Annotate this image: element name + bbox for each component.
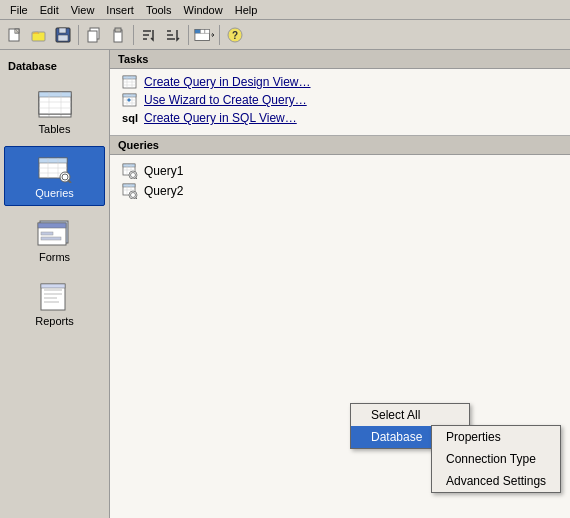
sidebar-item-tables[interactable]: Tables: [4, 82, 105, 142]
menu-tools[interactable]: Tools: [140, 3, 178, 17]
sidebar-item-forms-label: Forms: [39, 251, 70, 263]
submenu-connection-type[interactable]: Connection Type: [432, 448, 560, 470]
svg-rect-4: [59, 28, 66, 33]
sidebar-item-forms[interactable]: Forms: [4, 210, 105, 270]
sidebar-header: Database: [4, 58, 105, 78]
submenu-advanced-settings[interactable]: Advanced Settings: [432, 470, 560, 492]
sidebar-item-queries-label: Queries: [35, 187, 74, 199]
tasks-section-header: Tasks: [110, 50, 570, 69]
task-create-design[interactable]: Create Query in Design View…: [118, 73, 562, 91]
task-create-sql[interactable]: sql Create Query in SQL View…: [118, 109, 562, 127]
submenu-container: Properties Connection Type Advanced Sett…: [431, 425, 561, 493]
submenu: Properties Connection Type Advanced Sett…: [431, 425, 561, 493]
menu-file[interactable]: File: [4, 3, 34, 17]
tasks-section: Create Query in Design View… Use Wizard …: [110, 69, 570, 136]
svg-rect-30: [39, 92, 71, 97]
menu-insert[interactable]: Insert: [100, 3, 140, 17]
svg-text:?: ?: [232, 30, 238, 41]
forms-icon: [35, 217, 75, 249]
svg-rect-19: [205, 29, 210, 33]
query2-icon: [122, 183, 138, 199]
toolbar-separator-1: [78, 25, 79, 45]
tables-icon: [35, 89, 75, 121]
sidebar-item-queries[interactable]: Queries: [4, 146, 105, 206]
svg-rect-36: [39, 158, 67, 163]
toolbar-save-btn[interactable]: [52, 24, 74, 46]
toolbar-sort-asc-btn[interactable]: [138, 24, 160, 46]
query1-label: Query1: [144, 164, 183, 178]
toolbar-view-btn[interactable]: [193, 24, 215, 46]
create-design-icon: [122, 75, 138, 89]
svg-rect-17: [195, 29, 200, 33]
query-item-1[interactable]: Query1: [118, 161, 562, 181]
menu-help[interactable]: Help: [229, 3, 264, 17]
query-item-2[interactable]: Query2: [118, 181, 562, 201]
svg-line-42: [68, 180, 71, 183]
svg-rect-77: [123, 184, 135, 187]
toolbar-help-btn[interactable]: ?: [224, 24, 246, 46]
submenu-properties[interactable]: Properties: [432, 426, 560, 448]
svg-rect-5: [58, 35, 68, 41]
toolbar-separator-2: [133, 25, 134, 45]
reports-icon: [35, 281, 75, 313]
query-list: Query1: [110, 155, 570, 207]
query2-label: Query2: [144, 184, 183, 198]
svg-rect-62: [123, 94, 136, 97]
queries-icon: [35, 153, 75, 185]
queries-section-header: Queries: [110, 136, 570, 155]
svg-line-74: [136, 178, 138, 180]
sidebar: Database Tabl: [0, 50, 110, 518]
svg-rect-47: [41, 232, 53, 235]
svg-rect-9: [115, 28, 121, 32]
svg-rect-46: [38, 223, 66, 228]
svg-line-82: [136, 198, 138, 200]
svg-rect-69: [123, 164, 135, 167]
svg-rect-54: [41, 284, 65, 288]
sidebar-item-reports[interactable]: Reports: [4, 274, 105, 334]
task-create-design-label: Create Query in Design View…: [144, 75, 311, 89]
use-wizard-icon: [122, 93, 138, 107]
svg-rect-7: [88, 31, 97, 42]
toolbar-new-btn[interactable]: [4, 24, 26, 46]
menu-view[interactable]: View: [65, 3, 101, 17]
sidebar-item-tables-label: Tables: [39, 123, 71, 135]
task-create-sql-label: Create Query in SQL View…: [144, 111, 297, 125]
toolbar-copy-btn[interactable]: [83, 24, 105, 46]
svg-rect-56: [123, 76, 136, 79]
toolbar-separator-3: [188, 25, 189, 45]
task-use-wizard-label: Use Wizard to Create Query…: [144, 93, 307, 107]
context-menu-select-all[interactable]: Select All: [351, 404, 469, 426]
menu-edit[interactable]: Edit: [34, 3, 65, 17]
sidebar-item-reports-label: Reports: [35, 315, 74, 327]
toolbar-paste-btn[interactable]: [107, 24, 129, 46]
query1-icon: [122, 163, 138, 179]
task-use-wizard[interactable]: Use Wizard to Create Query…: [118, 91, 562, 109]
svg-rect-48: [41, 237, 61, 240]
toolbar-separator-4: [219, 25, 220, 45]
menu-bar: File Edit View Insert Tools Window Help: [0, 0, 570, 20]
toolbar-open-btn[interactable]: [28, 24, 50, 46]
toolbar-sort-desc-btn[interactable]: [162, 24, 184, 46]
toolbar: ?: [0, 20, 570, 50]
create-sql-icon: sql: [122, 111, 138, 125]
svg-rect-18: [200, 29, 205, 33]
menu-window[interactable]: Window: [178, 3, 229, 17]
